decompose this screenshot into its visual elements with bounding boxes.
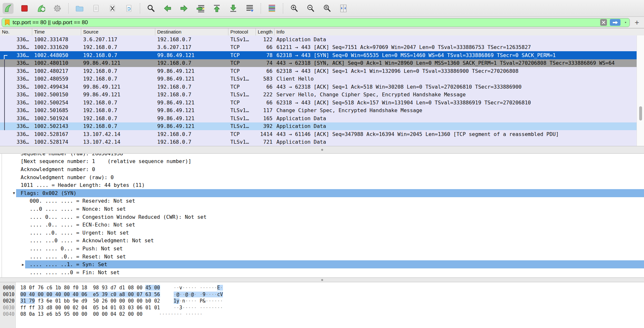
zoom-reset-button[interactable] <box>322 3 332 14</box>
hex-byte[interactable]: d1 <box>119 285 125 291</box>
resize-columns-button[interactable] <box>338 3 349 14</box>
ascii-char[interactable]: & <box>203 298 206 304</box>
ascii-char[interactable]: · <box>174 285 177 291</box>
ascii-char[interactable]: · <box>208 305 211 311</box>
hex-byte[interactable]: 02 <box>119 311 125 317</box>
hex-row[interactable]: 000018 0f 76 c6 1b 80 f0 18 98 93 d7 d1 … <box>0 285 644 291</box>
hex-byte[interactable]: 03 <box>128 305 134 311</box>
ascii-char[interactable]: · <box>182 305 185 311</box>
restart-capture-button[interactable] <box>35 3 46 14</box>
hex-byte[interactable]: 95 <box>64 311 70 317</box>
packet-row[interactable]: 336…1002.50015099.86.49.121192.168.0.7TL… <box>0 91 637 99</box>
filter-dropdown-caret[interactable]: ▾ <box>623 20 628 24</box>
hex-byte[interactable]: 18 <box>82 285 87 291</box>
hex-byte[interactable]: 80 <box>64 285 70 291</box>
hex-row[interactable]: 001000 40 00 00 40 00 40 06 e5 39 c0 a8 … <box>0 291 644 298</box>
ascii-char[interactable]: · <box>203 285 206 291</box>
ascii-char[interactable]: · <box>185 298 188 304</box>
packet-row[interactable]: 336…1002.331620192.168.0.73.6.207.117TCP… <box>0 43 637 52</box>
hex-byte[interactable]: 79 <box>29 298 35 304</box>
go-to-packet-button[interactable] <box>195 3 206 14</box>
find-packet-button[interactable] <box>146 3 157 14</box>
hex-byte[interactable]: 93 <box>102 285 108 291</box>
hex-byte[interactable]: f3 <box>38 298 43 304</box>
hex-byte[interactable]: 76 <box>38 285 43 291</box>
hex-byte[interactable]: 1b <box>55 285 61 291</box>
detail-row[interactable]: .... .... 0... = Push: Not set <box>0 245 644 253</box>
hex-byte[interactable]: 00 <box>102 311 108 317</box>
reload-file-button[interactable] <box>123 3 134 14</box>
ascii-char[interactable]: · <box>194 285 197 291</box>
packet-row[interactable]: 336…1002.502143192.168.0.799.86.49.121TL… <box>0 122 637 130</box>
hex-byte[interactable]: f0 <box>73 285 79 291</box>
packet-row[interactable]: 336…1002.52816713.107.42.14192.168.0.7TC… <box>0 130 637 138</box>
previous-packet-button[interactable] <box>162 3 173 14</box>
hex-byte[interactable]: b4 <box>102 305 108 311</box>
ascii-char[interactable]: · <box>188 285 191 291</box>
ascii-char[interactable]: n <box>182 298 185 304</box>
start-capture-button[interactable] <box>3 3 14 14</box>
save-file-button[interactable] <box>91 3 101 14</box>
hex-byte[interactable]: 56 <box>154 292 160 297</box>
detail-row[interactable]: Acknowledgment number (raw): 0 <box>0 173 644 181</box>
column-header-destination[interactable]: Destination <box>155 28 228 35</box>
hex-byte[interactable]: 08 <box>128 285 134 291</box>
hex-byte[interactable]: ff <box>20 305 26 311</box>
hex-byte[interactable]: 40 <box>29 292 35 297</box>
hex-byte[interactable]: 13 <box>38 311 43 317</box>
column-header-time[interactable]: Time <box>32 28 81 35</box>
ascii-char[interactable]: · <box>191 305 194 311</box>
packet-row[interactable]: 336…1002.48011099.86.49.121192.168.0.7TC… <box>0 59 637 67</box>
detail-row[interactable]: .... .0.. .... = ECN-Echo: Not set <box>0 221 644 229</box>
ascii-char[interactable]: · <box>200 292 203 297</box>
ascii-char[interactable]: · <box>217 305 220 311</box>
ascii-char[interactable]: · <box>203 305 206 311</box>
hex-byte[interactable]: 00 <box>119 298 125 304</box>
ascii-char[interactable]: · <box>208 298 211 304</box>
packet-row[interactable]: 336…1002.448050192.168.0.799.86.49.121TC… <box>0 51 637 59</box>
ascii-char[interactable]: · <box>177 285 179 291</box>
hex-byte[interactable]: 05 <box>93 305 99 311</box>
ascii-char[interactable]: · <box>220 285 223 291</box>
packet-row[interactable]: 336…1002.480559192.168.0.799.86.49.121TL… <box>0 75 637 83</box>
open-file-button[interactable] <box>74 3 85 14</box>
ascii-char[interactable]: · <box>200 311 203 317</box>
ascii-char[interactable]: · <box>191 311 194 317</box>
hex-byte[interactable]: 00 <box>55 305 61 311</box>
scrollbar-thumb[interactable] <box>639 106 642 121</box>
ascii-char[interactable]: · <box>206 292 208 297</box>
hex-byte[interactable]: 02 <box>73 305 79 311</box>
hex-byte[interactable]: d9 <box>82 298 87 304</box>
ascii-char[interactable]: · <box>214 298 217 304</box>
column-header-protocol[interactable]: Protocol <box>228 28 256 35</box>
packet-row[interactable]: 336…1002.49943499.86.49.121192.168.0.7TC… <box>0 83 637 91</box>
hex-byte[interactable]: 06 <box>82 292 87 297</box>
detail-row[interactable]: ▼Flags: 0x002 (SYN) <box>0 189 644 197</box>
packet-row[interactable]: 336…1002.500254192.168.0.799.86.49.121TC… <box>0 99 637 107</box>
hex-byte[interactable]: 0a <box>29 311 35 317</box>
hex-byte[interactable]: c6 <box>46 285 52 291</box>
ascii-char[interactable]: · <box>191 285 194 291</box>
hex-byte[interactable]: 00 <box>128 311 134 317</box>
ascii-char[interactable]: · <box>194 292 197 297</box>
hex-byte[interactable]: ff <box>29 305 35 311</box>
add-filter-button[interactable]: + <box>632 19 641 26</box>
hex-byte[interactable]: 03 <box>119 305 125 311</box>
hex-byte[interactable]: 00 <box>64 292 70 297</box>
detail-row[interactable]: 1011 .... = Header Length: 44 bytes (11) <box>0 181 644 189</box>
ascii-char[interactable]: · <box>220 298 223 304</box>
ascii-char[interactable]: @ <box>185 292 188 297</box>
hex-byte[interactable]: 63 <box>145 292 151 297</box>
ascii-char[interactable]: · <box>179 298 182 304</box>
hex-row[interactable]: 0030ff ff 33 d8 00 00 02 04 05 b4 01 03 … <box>0 304 644 311</box>
hex-byte[interactable]: 00 <box>137 311 142 317</box>
ascii-char[interactable]: · <box>191 298 194 304</box>
hex-byte[interactable]: 02 <box>154 298 160 304</box>
detail-row[interactable]: ...0 .... .... = Nonce: Not set <box>0 205 644 213</box>
ascii-char[interactable]: · <box>211 305 214 311</box>
hex-byte[interactable]: 01 <box>55 298 61 304</box>
hex-byte[interactable]: 45 <box>145 285 151 291</box>
hex-byte[interactable]: 00 <box>73 311 79 317</box>
colorize-button[interactable] <box>266 3 277 14</box>
hex-byte[interactable]: 00 <box>82 311 87 317</box>
